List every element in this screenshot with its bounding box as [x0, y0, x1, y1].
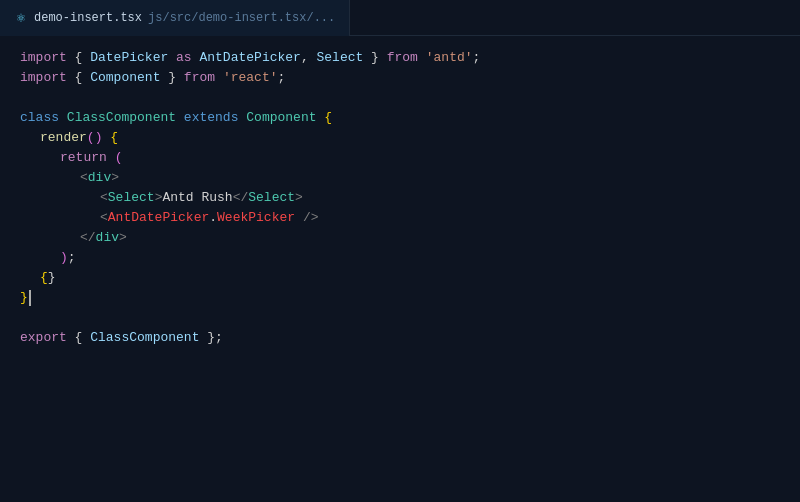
code-line: import { DatePicker as AntDatePicker , S…	[20, 48, 800, 68]
code-line-empty	[20, 308, 800, 328]
code-line: export { ClassComponent };	[20, 328, 800, 348]
code-line: render ( ) {	[20, 128, 800, 148]
code-line: < div >	[20, 168, 800, 188]
code-line: < Select > Antd Rush </ Select >	[20, 188, 800, 208]
code-line: return (	[20, 148, 800, 168]
text-cursor	[29, 290, 31, 306]
tab-filename: demo-insert.tsx	[34, 11, 142, 25]
code-line: class ClassComponent extends Component {	[20, 108, 800, 128]
code-line-empty	[20, 88, 800, 108]
code-line: }	[20, 288, 800, 308]
code-line: { }	[20, 268, 800, 288]
editor-tab[interactable]: ⚛ demo-insert.tsx js/src/demo-insert.tsx…	[0, 0, 350, 36]
code-line: import { Component } from 'react' ;	[20, 68, 800, 88]
code-line: ) ;	[20, 248, 800, 268]
tab-path: js/src/demo-insert.tsx/...	[148, 11, 335, 25]
editor-container: ⚛ demo-insert.tsx js/src/demo-insert.tsx…	[0, 0, 800, 502]
code-line: < AntDatePicker . WeekPicker />	[20, 208, 800, 228]
code-editor[interactable]: import { DatePicker as AntDatePicker , S…	[0, 36, 800, 502]
react-icon: ⚛	[14, 11, 28, 25]
tab-bar: ⚛ demo-insert.tsx js/src/demo-insert.tsx…	[0, 0, 800, 36]
code-line: </ div >	[20, 228, 800, 248]
